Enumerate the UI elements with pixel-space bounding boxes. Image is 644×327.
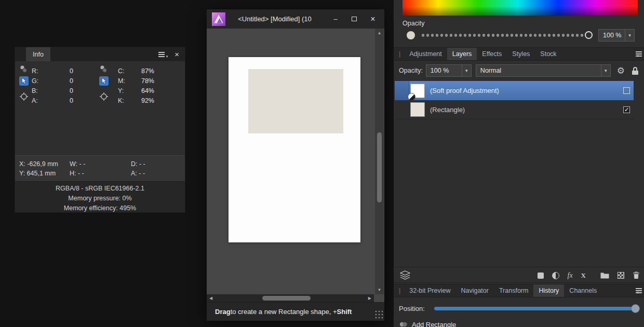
channel-value: 92%	[130, 97, 154, 104]
tab-32bit-preview[interactable]: 32-bit Preview	[404, 284, 455, 297]
tab-navigator[interactable]: Navigator	[455, 284, 494, 297]
history-item-label: Add Rectangle	[412, 321, 456, 327]
delete-layer-icon[interactable]	[633, 271, 640, 279]
layers-stack-icon[interactable]	[400, 270, 410, 280]
blend-options-row: Opacity: 100 % ▾ Normal ▾ ⚙	[394, 63, 644, 78]
close-icon: ×	[370, 15, 375, 24]
history-item-add-rectangle[interactable]: Add Rectangle	[394, 318, 644, 327]
maximize-button[interactable]	[347, 12, 361, 26]
channel-value: 78%	[130, 77, 154, 85]
color-swatch[interactable]	[407, 31, 415, 39]
panel-menu-caret-icon: ▾	[637, 54, 639, 58]
layers-panel-tabbar: | Adjustment Layers Effects Styles Stock…	[394, 47, 644, 61]
scroll-left-icon[interactable]: ◀	[209, 296, 212, 301]
channel-label: G:	[32, 77, 44, 85]
opacity-slider-row: 100 % ▾	[394, 29, 644, 42]
opacity-value-dropdown[interactable]: 100 % ▾	[598, 29, 635, 42]
check-icon: ✓	[624, 106, 629, 113]
document-titlebar[interactable]: <Untitled> [Modified] (10 – ×	[207, 9, 384, 29]
fill-layer-icon[interactable]	[538, 272, 544, 279]
tab-channels[interactable]: Channels	[564, 284, 602, 297]
horizontal-scrollbar[interactable]: ◀ ▶	[207, 294, 374, 302]
right-panel: Opacity 100 % ▾ | Adjustment Layers Effe…	[394, 0, 644, 327]
horizontal-scrollbar-thumb[interactable]	[262, 296, 311, 301]
channel-label: K:	[118, 97, 130, 104]
coord-d: D: - -	[131, 159, 145, 169]
tab-history[interactable]: History	[533, 284, 564, 297]
maximize-icon	[352, 17, 357, 21]
history-position-handle[interactable]	[631, 304, 640, 313]
coord-h: H: - -	[70, 169, 131, 178]
crosshair-icon	[99, 92, 109, 101]
layer-effects-icon[interactable]: fx	[568, 271, 573, 280]
layer-visibility-checkbox[interactable]	[623, 87, 630, 94]
history-position-slider[interactable]	[434, 307, 637, 310]
document-page[interactable]	[229, 57, 360, 242]
vertical-scrollbar-thumb[interactable]	[377, 132, 382, 202]
tab-effects[interactable]: Effects	[477, 48, 507, 60]
layer-visibility-checkbox[interactable]: ✓	[623, 106, 630, 113]
coord-x: X: -626,9 mm	[19, 159, 70, 169]
tab-info[interactable]: Info	[26, 47, 50, 61]
tab-styles[interactable]: Styles	[507, 48, 535, 60]
minimize-button[interactable]: –	[328, 12, 343, 26]
layer-opacity-label: Opacity:	[399, 67, 423, 74]
chevron-down-icon[interactable]: ▾	[625, 30, 634, 41]
history-panel-tabbar: | 32-bit Preview Navigator Transform His…	[394, 284, 644, 297]
status-bold-lead: Drag	[215, 308, 231, 316]
hue-color-strip[interactable]	[403, 0, 638, 16]
pattern-layer-icon[interactable]	[618, 272, 624, 279]
chevron-down-icon[interactable]: ▾	[462, 65, 471, 76]
tab-adjustment[interactable]: Adjustment	[404, 48, 447, 60]
close-icon[interactable]: ×	[175, 50, 179, 58]
info-row: B:0	[32, 86, 73, 96]
gear-icon[interactable]: ⚙	[617, 66, 625, 75]
close-button[interactable]: ×	[366, 12, 380, 26]
info-panel-header: Info ▾ ×	[15, 47, 185, 61]
move-tool-cursor-icon	[19, 76, 29, 86]
scroll-down-icon[interactable]: ▼	[375, 288, 384, 292]
panel-drag-handle-icon: |	[399, 287, 400, 294]
blend-mode-value: Normal	[476, 67, 601, 74]
tab-layers[interactable]: Layers	[447, 48, 477, 60]
group-layer-icon[interactable]	[600, 272, 609, 279]
info-row: M:78%	[118, 76, 154, 86]
panel-menu-icon[interactable]	[158, 52, 165, 57]
layer-opacity-dropdown[interactable]: 100 % ▾	[426, 64, 472, 77]
layer-name: (Soft proof Adjustment)	[430, 87, 499, 94]
chevron-down-icon[interactable]: ▾	[601, 65, 610, 76]
scroll-up-icon[interactable]: ▲	[375, 31, 384, 35]
cmyk-readout: C:87% M:78% Y:64% K:92%	[99, 63, 175, 154]
scroll-right-icon[interactable]: ▶	[368, 296, 371, 301]
layer-thumbnail[interactable]	[410, 102, 425, 117]
adjustment-layer-icon[interactable]	[552, 272, 559, 279]
rectangle-shape[interactable]	[248, 69, 343, 133]
opacity-slider-track[interactable]	[421, 33, 585, 37]
layer-thumbnail[interactable]	[410, 84, 425, 98]
channel-label: Y:	[118, 87, 130, 94]
channel-value: 0	[44, 67, 73, 75]
coord-w: W: - -	[70, 159, 131, 169]
document-window: <Untitled> [Modified] (10 – × ▲ ▼ ◀ ▶ Dr…	[207, 9, 384, 321]
panel-menu-caret-icon: ▾	[637, 291, 639, 295]
canvas[interactable]	[207, 29, 374, 294]
status-hint: to create a new Rectangle shape, +	[231, 308, 337, 316]
opacity-slider-handle[interactable]	[585, 31, 593, 39]
tab-stock[interactable]: Stock	[535, 48, 561, 60]
layer-row-soft-proof[interactable]: (Soft proof Adjustment)	[395, 81, 634, 100]
mask-layer-icon[interactable]: X	[581, 271, 586, 280]
coordinates-section: X: -626,9 mm W: - - D: - - Y: 645,1 mm H…	[15, 155, 185, 181]
tab-transform[interactable]: Transform	[494, 284, 534, 297]
layer-row-rectangle[interactable]: (Rectangle) ✓	[395, 100, 634, 119]
vertical-scrollbar[interactable]: ▲ ▼	[375, 29, 384, 294]
resize-grip[interactable]	[374, 310, 383, 319]
position-label: Position:	[399, 305, 425, 312]
affinity-photo-logo-icon	[212, 12, 225, 26]
panel-menu-caret-icon: ▾	[166, 55, 168, 59]
channel-label: R:	[32, 67, 44, 75]
layer-opacity-value: 100 %	[426, 67, 462, 74]
memory-efficiency: Memory efficiency: 495%	[15, 203, 185, 213]
tab-info-label: Info	[33, 51, 44, 58]
blend-mode-dropdown[interactable]: Normal ▾	[476, 64, 611, 77]
lock-icon[interactable]	[632, 67, 638, 75]
